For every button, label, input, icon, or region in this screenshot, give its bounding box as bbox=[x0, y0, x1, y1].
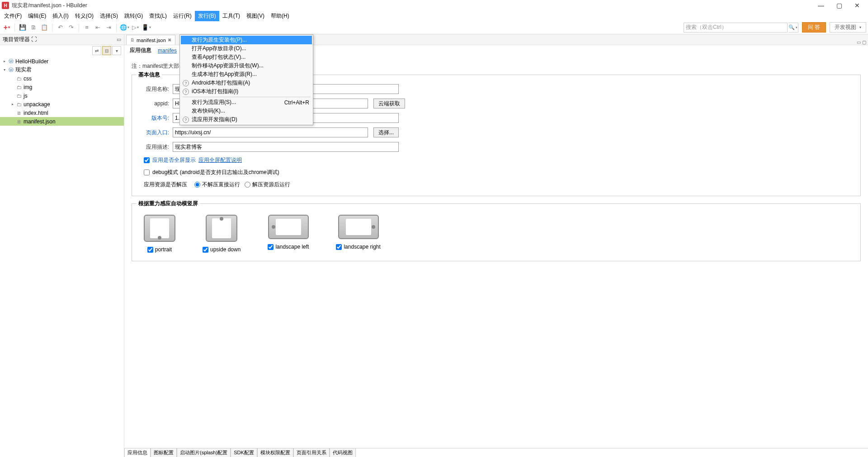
publish-menu: 发行为原生安装包(P)...打开App存放目录(O)...查看App打包状态(V… bbox=[179, 34, 313, 125]
menu-item[interactable]: 选择(S) bbox=[97, 11, 121, 21]
help-icon: ? bbox=[183, 89, 189, 95]
save-icon[interactable]: 💾 bbox=[18, 23, 28, 33]
link-editor-icon[interactable]: ⇄ bbox=[92, 46, 101, 55]
phone-icon[interactable]: 📱▾ bbox=[141, 23, 151, 33]
bottom-tab[interactable]: 代码视图 bbox=[330, 448, 356, 457]
menu-item[interactable]: 编辑(E) bbox=[25, 11, 49, 21]
appid-label: appid: bbox=[137, 100, 169, 107]
outdent-icon[interactable]: ⇤ bbox=[93, 23, 103, 33]
radio-unzip[interactable]: 解压资源后运行 bbox=[245, 181, 290, 188]
debug-checkbox[interactable] bbox=[144, 170, 150, 175]
menu-entry[interactable]: 发行为原生安装包(P)... bbox=[181, 36, 312, 44]
menu-item[interactable]: 查找(L) bbox=[146, 11, 170, 21]
appname-label: 应用名称: bbox=[137, 85, 169, 93]
view-menu-icon[interactable]: ▾ bbox=[112, 46, 121, 55]
file-icon: 🗎 bbox=[130, 38, 135, 42]
panel-toolbar: ⇄ ⊟ ▾ bbox=[0, 45, 124, 56]
search-button[interactable]: 🔍▾ bbox=[788, 23, 798, 33]
folder-icon: 🗀 bbox=[15, 92, 23, 99]
fullscreen-label: 应用是否全屏显示 bbox=[152, 156, 196, 164]
subtab-appinfo[interactable]: 应用信息 bbox=[128, 46, 153, 55]
new-button[interactable]: +▾ bbox=[2, 23, 12, 33]
close-tab-icon[interactable]: ✖ bbox=[168, 38, 171, 42]
entry-input[interactable] bbox=[173, 127, 368, 137]
redo-icon[interactable]: ↷ bbox=[66, 23, 76, 33]
menu-entry[interactable]: ?Android本地打包指南(A) bbox=[181, 79, 312, 87]
tree-item[interactable]: 🗀js bbox=[0, 91, 124, 100]
tree-item[interactable]: 🗎index.html bbox=[0, 108, 124, 117]
title-bar: H 现实君/manifest.json - HBuilder — ▢ ✕ bbox=[0, 0, 868, 11]
browser-icon[interactable]: 🌐▾ bbox=[119, 23, 129, 33]
fullscreen-link[interactable]: 应用全屏配置说明 bbox=[198, 156, 242, 164]
maximize-button[interactable]: ▢ bbox=[830, 0, 848, 11]
radio-no-unzip[interactable]: 不解压直接运行 bbox=[194, 181, 240, 188]
menu-item[interactable]: 视图(V) bbox=[243, 11, 268, 21]
desc-input[interactable] bbox=[173, 142, 399, 152]
clipboard-icon[interactable]: 📋 bbox=[39, 23, 49, 33]
menu-item[interactable]: 转义(O) bbox=[72, 11, 97, 21]
menu-item[interactable]: 文件(F) bbox=[1, 11, 25, 21]
landscape-right-icon bbox=[338, 215, 379, 239]
bottom-tab[interactable]: 启动图片(splash)配置 bbox=[177, 448, 231, 457]
tree-item[interactable]: 🗀css bbox=[0, 74, 124, 83]
file-icon: 🗎 bbox=[15, 109, 23, 117]
qa-button[interactable]: 问 答 bbox=[802, 22, 826, 33]
format-icon[interactable]: ≡ bbox=[82, 23, 92, 33]
menu-entry[interactable]: ?流应用开发指南(D) bbox=[181, 115, 312, 124]
view-button[interactable]: 开发视图 ▾ bbox=[830, 22, 866, 33]
indent-icon[interactable]: ⇥ bbox=[104, 23, 113, 33]
tree-item[interactable]: ▸🗀unpackage bbox=[0, 100, 124, 108]
orientation-section: 根据重力感应自动横竖屏 portrait upside down landsca… bbox=[132, 203, 861, 261]
section-title: 根据重力感应自动横竖屏 bbox=[137, 200, 200, 207]
menu-item[interactable]: 工具(T) bbox=[219, 11, 243, 21]
landscape-left-checkbox[interactable]: landscape left bbox=[268, 244, 309, 250]
section-title: 基本信息 bbox=[137, 71, 162, 79]
bottom-tab[interactable]: SDK配置 bbox=[231, 448, 257, 457]
tree-item[interactable]: 🗎manifest.json bbox=[0, 117, 124, 126]
menu-item[interactable]: 跳转(G) bbox=[121, 11, 146, 21]
fullscreen-checkbox[interactable] bbox=[144, 157, 150, 163]
folder-icon: 🗀 bbox=[15, 101, 23, 108]
menu-entry[interactable]: 制作移动App资源升级包(W)... bbox=[181, 61, 312, 70]
save-all-icon[interactable]: 🗎 bbox=[28, 23, 38, 33]
menu-entry[interactable]: 打开App存放目录(O)... bbox=[181, 44, 312, 53]
menu-item[interactable]: 插入(I) bbox=[49, 11, 71, 21]
bottom-tab[interactable]: 图标配置 bbox=[151, 448, 177, 457]
folder-icon: 🗀 bbox=[15, 75, 23, 82]
undo-icon[interactable]: ↶ bbox=[55, 23, 65, 33]
menu-item[interactable]: 发行(B) bbox=[195, 11, 219, 21]
bottom-tab[interactable]: 模块权限配置 bbox=[257, 448, 293, 457]
minimize-panel-icon[interactable]: ▭ bbox=[117, 37, 121, 42]
subtab-link[interactable]: manifes bbox=[156, 47, 179, 55]
help-icon: ? bbox=[183, 117, 189, 123]
search-input[interactable]: 搜索（双击Ctrl） bbox=[684, 23, 788, 33]
tree-item[interactable]: 🗀img bbox=[0, 83, 124, 91]
menu-entry[interactable]: 查看App打包状态(V)... bbox=[181, 53, 312, 61]
close-button[interactable]: ✕ bbox=[848, 0, 866, 11]
editor-tab-manifest[interactable]: 🗎 manifest.json ✖ bbox=[126, 35, 175, 45]
landscape-right-checkbox[interactable]: landscape right bbox=[336, 244, 380, 250]
bottom-tab[interactable]: 页面引用关系 bbox=[293, 448, 330, 457]
bottom-tab[interactable]: 应用信息 bbox=[124, 448, 151, 457]
app-logo: H bbox=[2, 2, 9, 9]
panel-title: 项目管理器 ⛶ bbox=[3, 36, 115, 43]
menu-entry[interactable]: 生成本地打包App资源(R)... bbox=[181, 70, 312, 79]
upside-down-checkbox[interactable]: upside down bbox=[203, 246, 241, 253]
collapse-all-icon[interactable]: ⊟ bbox=[102, 46, 111, 55]
select-button[interactable]: 选择... bbox=[373, 127, 399, 137]
menu-entry[interactable]: 发布快码(K)... bbox=[181, 107, 312, 115]
cloud-get-button[interactable]: 云端获取 bbox=[373, 99, 405, 108]
portrait-checkbox[interactable]: portrait bbox=[147, 246, 172, 253]
desc-label: 应用描述: bbox=[137, 143, 169, 151]
tree-item[interactable]: ▾Ⓦ现实君 bbox=[0, 66, 124, 74]
folder-icon: 🗀 bbox=[15, 84, 23, 91]
menu-item[interactable]: 帮助(H) bbox=[268, 11, 292, 21]
preview-icon[interactable]: ▷▾ bbox=[130, 23, 140, 33]
restore-icon[interactable]: ▭ ▢ bbox=[855, 40, 868, 45]
menu-entry[interactable]: 发行为流应用(S)...Ctrl+Alt+R bbox=[181, 98, 312, 107]
minimize-button[interactable]: — bbox=[812, 0, 830, 11]
menu-item[interactable]: 运行(R) bbox=[170, 11, 195, 21]
menu-entry[interactable]: ?iOS本地打包指南(I) bbox=[181, 87, 312, 96]
tree-item[interactable]: ▸ⓌHelloHBuilder bbox=[0, 57, 124, 66]
tab-label: manifest.json bbox=[137, 38, 166, 43]
